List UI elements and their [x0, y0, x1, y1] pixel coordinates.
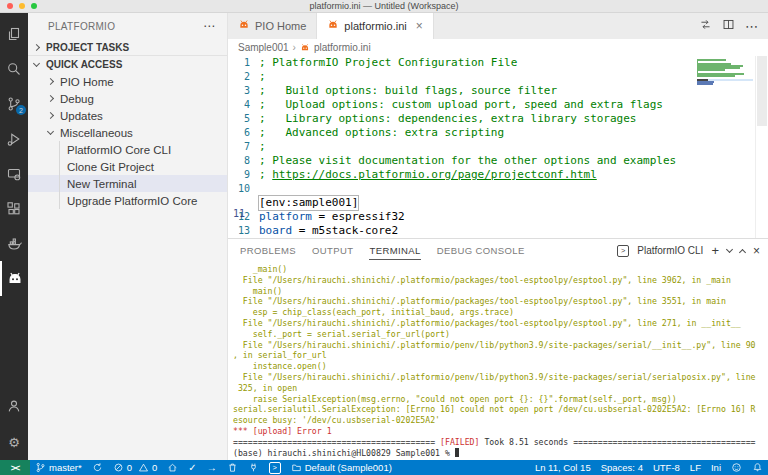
sidebar-item-updates[interactable]: Updates [28, 107, 227, 124]
code-token: ; PlatformIO Project Configuration File [259, 56, 517, 69]
sync-icon[interactable] [87, 460, 108, 475]
panel-tab-problems[interactable]: PROBLEMS [240, 241, 296, 260]
encoding[interactable]: UTF-8 [648, 460, 685, 475]
sidebar-item-project-tasks[interactable]: PROJECT TASKS [28, 39, 227, 56]
breadcrumb[interactable]: Sample001 › platformio.ini [228, 39, 768, 56]
sidebar-item-platformio-core-cli[interactable]: PlatformIO Core CLI [28, 141, 227, 158]
tab-platformio-ini[interactable]: platformio.ini× [317, 13, 433, 39]
pio-home-button[interactable] [162, 460, 183, 475]
sidebar-title: PLATFORMIO [48, 21, 115, 32]
panel-tab-terminal[interactable]: TERMINAL [369, 241, 420, 260]
code-line: 11[env:sample001] [228, 196, 768, 210]
breadcrumb-file[interactable]: platformio.ini [314, 42, 371, 53]
platformio-icon[interactable] [0, 261, 28, 296]
sidebar-item-new-terminal[interactable]: New Terminal [28, 175, 227, 192]
pio-terminal-button[interactable]: > [264, 460, 286, 475]
breadcrumb-separator: › [293, 42, 296, 53]
terminal-output[interactable]: _main() File "/Users/hirauchi.shinichi/.… [228, 262, 768, 460]
minimap[interactable] [697, 59, 753, 85]
problems-item[interactable]: 0 0 [108, 460, 163, 475]
sidebar-item-clone-git-project[interactable]: Clone Git Project [28, 158, 227, 175]
close-panel-icon[interactable]: × [753, 244, 760, 258]
sidebar-item-label: Miscellaneous [60, 127, 133, 139]
extensions-icon[interactable] [0, 191, 28, 226]
terminal-text: *** [upload] Error 1 [233, 426, 332, 436]
remote-indicator[interactable]: >< [0, 460, 30, 475]
sidebar-more-actions-icon[interactable]: ⋯ [203, 19, 215, 33]
pio-clean-button[interactable] [222, 460, 243, 475]
editor-more-actions-icon[interactable]: ⋯ [745, 19, 758, 34]
git-branch-item[interactable]: master* [30, 460, 87, 475]
line-number: 2 [228, 70, 250, 84]
sidebar-item-debug[interactable]: Debug [28, 90, 227, 107]
code-line-text: ; Build options: build flags, source fil… [259, 84, 557, 98]
sidebar-item-label: Upgrade PlatformIO Core [67, 195, 197, 207]
pio-serial-monitor-button[interactable] [243, 460, 264, 475]
notifications-bell-icon[interactable] [747, 460, 768, 475]
breadcrumb-project[interactable]: Sample001 [238, 42, 289, 53]
docker-icon[interactable] [0, 226, 28, 261]
tab-label: platformio.ini [344, 20, 406, 32]
sidebar-item-upgrade-platformio-core[interactable]: Upgrade PlatformIO Core [28, 192, 227, 209]
terminal-shell-label[interactable]: PlatformIO CLI [637, 245, 703, 256]
code-token: ; Build options: build flags, source fil… [259, 84, 557, 97]
code-token: [env:sample001] [259, 196, 358, 209]
run-debug-icon[interactable] [0, 121, 28, 156]
new-terminal-button[interactable]: + [711, 243, 719, 258]
pio-build-button[interactable]: ✓ [183, 460, 201, 475]
panel-tab-bar: PROBLEMSOUTPUTTERMINALDEBUG CONSOLE > Pl… [228, 239, 768, 262]
cursor-position[interactable]: Ln 11, Col 15 [530, 460, 596, 475]
sidebar-item-miscellaneous[interactable]: Miscellaneous [28, 124, 227, 141]
chevron-down-icon [47, 127, 54, 134]
pio-env-switcher[interactable]: Default (Sample001) [286, 460, 397, 475]
sidebar-item-pio-home[interactable]: PIO Home [28, 73, 227, 90]
source-control-icon[interactable]: 2 [0, 86, 28, 121]
accounts-icon[interactable] [0, 388, 28, 423]
chevron-right-icon [33, 43, 40, 50]
split-editor-icon[interactable] [722, 17, 735, 35]
tree-guide [59, 141, 60, 158]
line-number: 10 [228, 182, 250, 196]
code-token: ; Advanced options: extra scripting [259, 126, 504, 139]
panel-tab-debug-console[interactable]: DEBUG CONSOLE [437, 241, 525, 260]
terminal-line: self._port = serial.serial_for_url(port) [233, 329, 768, 340]
pio-upload-button[interactable]: → [202, 460, 222, 475]
terminal-line: File "/Users/hirauchi.shinichi/.platform… [233, 296, 768, 307]
terminal-line: esource busy: '/dev/cu.usbserial-0202E5A… [233, 415, 768, 426]
feedback-smiley-icon[interactable] [726, 460, 747, 475]
terminal-line: main() [233, 286, 768, 297]
close-tab-icon[interactable]: × [416, 19, 423, 33]
explorer-icon[interactable] [0, 16, 28, 51]
code-token: platform [259, 210, 312, 223]
terminal-line: (base) hirauchi.shinichi@HL00829 Sample0… [233, 448, 768, 459]
editor-scrollbar[interactable] [755, 56, 768, 238]
sidebar-item-label: PlatformIO Core CLI [67, 144, 171, 156]
open-changes-icon[interactable] [699, 17, 712, 35]
line-number: 3 [228, 84, 250, 98]
maximize-panel-icon[interactable] [739, 248, 746, 255]
code-line-text: ; Advanced options: extra scripting [259, 126, 504, 140]
chevron-right-icon [47, 78, 54, 85]
indentation[interactable]: Spaces: 4 [596, 460, 648, 475]
sidebar-item-label: Debug [60, 93, 94, 105]
search-icon[interactable] [0, 51, 28, 86]
code-line: 7; [228, 140, 768, 154]
code-line: 9; https://docs.platformio.org/page/proj… [228, 168, 768, 182]
terminal-dropdown-icon[interactable] [726, 245, 733, 252]
terminal-cursor [455, 448, 460, 457]
terminal-text: self._port = serial.serial_for_url(port) [233, 329, 450, 339]
line-number: 4 [228, 98, 250, 112]
remote-explorer-icon[interactable] [0, 156, 28, 191]
terminal-line: , in serial_for_url [233, 350, 768, 361]
eol-sequence[interactable]: LF [685, 460, 706, 475]
settings-gear-icon[interactable]: ⚙ [0, 425, 28, 460]
sidebar-item-label: QUICK ACCESS [46, 59, 122, 70]
code-line: 6; Advanced options: extra scripting [228, 126, 768, 140]
language-mode[interactable]: Ini [706, 460, 726, 475]
code-line: 1; PlatformIO Project Configuration File [228, 56, 768, 70]
panel-tab-output[interactable]: OUTPUT [312, 241, 353, 260]
sidebar-item-quick-access[interactable]: QUICK ACCESS [28, 56, 227, 73]
code-editor[interactable]: 1; PlatformIO Project Configuration File… [228, 56, 768, 238]
tab-pio-home[interactable]: PIO Home [228, 13, 317, 39]
terminal-text: File "/Users/hirauchi.shinichi/.platform… [233, 296, 726, 306]
